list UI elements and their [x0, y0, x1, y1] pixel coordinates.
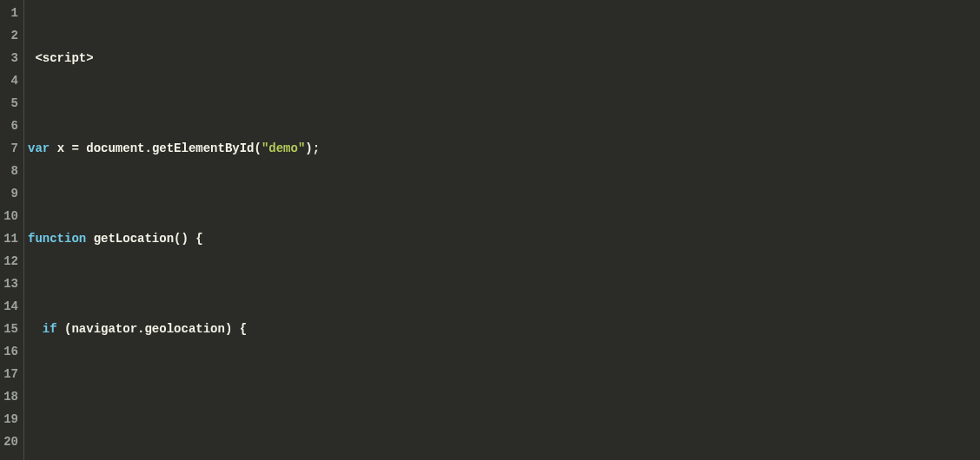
line-number: 11 — [0, 227, 18, 250]
code-editor[interactable]: 1 2 3 4 5 6 7 8 9 10 11 12 13 14 15 16 1… — [0, 0, 980, 460]
string-token: "demo" — [262, 141, 305, 155]
keyword-token: function — [28, 232, 86, 246]
line-number: 5 — [0, 92, 18, 115]
line-number: 15 — [0, 318, 18, 340]
space — [86, 232, 93, 246]
line-number: 6 — [0, 115, 18, 137]
punct-token: ( — [255, 141, 262, 155]
line-number: 8 — [0, 160, 18, 182]
punct-token: () — [174, 232, 189, 246]
punct-token: ) — [305, 141, 312, 155]
function-token: getElementById — [152, 141, 255, 155]
operator-token: = — [71, 141, 78, 155]
code-line[interactable]: <script> — [28, 47, 539, 69]
code-area[interactable]: <script> var x = document.getElementById… — [24, 0, 539, 460]
punct-token: . — [144, 141, 151, 155]
line-number-gutter: 1 2 3 4 5 6 7 8 9 10 11 12 13 14 15 16 1… — [0, 0, 24, 460]
line-number: 18 — [0, 385, 18, 408]
keyword-token: if — [43, 322, 57, 336]
line-number: 14 — [0, 295, 18, 318]
space — [50, 141, 56, 155]
indent — [28, 322, 43, 336]
line-number: 2 — [0, 24, 18, 47]
function-token: getLocation — [94, 232, 174, 246]
line-number: 9 — [0, 182, 18, 205]
line-number: 16 — [0, 340, 18, 363]
punct-token: { — [195, 232, 202, 246]
punct-token: { — [240, 322, 247, 336]
line-number: 3 — [0, 47, 18, 69]
identifier-token: navigator — [71, 322, 137, 336]
line-number: 4 — [0, 69, 18, 92]
keyword-token: var — [28, 141, 50, 155]
space — [79, 141, 86, 155]
line-number: 13 — [0, 273, 18, 295]
identifier-token: x — [57, 141, 64, 155]
line-number: 7 — [0, 137, 18, 160]
punct-token: ; — [313, 141, 320, 155]
space — [57, 322, 64, 336]
space — [232, 322, 239, 336]
line-number: 17 — [0, 363, 18, 385]
code-line[interactable] — [28, 408, 539, 430]
line-number: 20 — [0, 430, 18, 453]
identifier-token: geolocation — [144, 322, 224, 336]
code-line[interactable]: function getLocation() { — [28, 227, 539, 250]
line-number: 19 — [0, 408, 18, 430]
line-number: 10 — [0, 205, 18, 227]
tag-token: <script> — [35, 51, 93, 65]
code-line[interactable]: if (navigator.geolocation) { — [28, 318, 539, 340]
line-number: 12 — [0, 250, 18, 273]
line-number: 1 — [0, 2, 18, 24]
identifier-token: document — [86, 141, 144, 155]
space — [189, 232, 195, 246]
code-line[interactable]: var x = document.getElementById("demo"); — [28, 137, 539, 160]
